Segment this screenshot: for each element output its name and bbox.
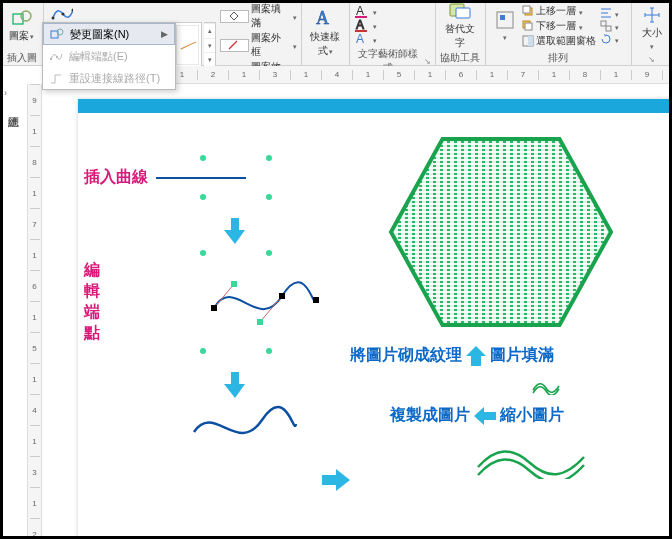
label-fill: 圖片填滿	[490, 345, 554, 366]
ruler-tick: 1	[228, 70, 259, 80]
svg-point-2	[52, 17, 55, 20]
ruler-tick: 1	[30, 363, 40, 394]
bucket-icon	[220, 10, 249, 23]
large-wave-shape[interactable]	[476, 445, 574, 475]
svg-rect-13	[456, 8, 470, 18]
ribbon-group-alt-label: 協助工具	[440, 50, 481, 66]
svg-marker-28	[391, 139, 611, 325]
label-shrink: 縮小圖片	[500, 405, 564, 426]
menu-change-shape[interactable]: 變更圖案(N) ▶	[43, 23, 175, 45]
ruler-tick: 1	[290, 70, 321, 80]
svg-point-4	[72, 9, 74, 12]
bring-forward-button[interactable]: 上移一層	[522, 4, 596, 18]
text-outline-button[interactable]: A	[354, 18, 377, 32]
send-backward-label: 下移一層	[536, 19, 576, 33]
ruler-tick: 1	[600, 70, 631, 80]
ruler-tick: 6	[30, 270, 40, 301]
submenu-arrow-icon: ▶	[161, 29, 168, 39]
menu-change-shape-label: 變更圖案(N)	[70, 27, 129, 42]
alt-text-button[interactable]: 替代文字	[440, 2, 481, 50]
guide-dots	[200, 155, 314, 161]
editing-curve-shape[interactable]	[210, 278, 320, 326]
text-fill-A-icon: A	[354, 4, 370, 18]
align-icon	[600, 7, 612, 19]
pane-toggle[interactable]: ›	[0, 84, 27, 102]
svg-rect-15	[500, 15, 505, 20]
svg-text:A: A	[316, 8, 329, 28]
ruler-tick: 1	[662, 70, 672, 80]
send-backward-button[interactable]: 下移一層	[522, 19, 596, 33]
ruler-tick: 9	[631, 70, 662, 80]
inserted-line-shape[interactable]	[156, 177, 246, 179]
group-icon	[600, 20, 612, 32]
rotate-button[interactable]	[600, 33, 619, 45]
ruler-tick: 1	[30, 301, 40, 332]
bring-forward-icon	[522, 5, 534, 17]
text-effects-button[interactable]: A	[354, 32, 377, 46]
svg-text:A: A	[356, 32, 364, 46]
shape-outline-label: 圖案外框	[251, 31, 290, 59]
final-curve-shape[interactable]	[190, 404, 314, 452]
guide-dots	[200, 194, 314, 200]
arrow-down-icon	[224, 372, 244, 392]
shape-outline-button[interactable]: 圖案外框	[220, 31, 297, 59]
svg-rect-23	[606, 26, 611, 31]
ruler-tick: 2	[30, 518, 40, 539]
ribbon-group-arrange-label: 排列	[490, 50, 627, 66]
ribbon-group-size-label[interactable]	[636, 54, 667, 65]
size-button[interactable]: 大小	[636, 4, 667, 52]
ruler-tick: 1	[352, 70, 383, 80]
ruler-tick: 1	[476, 70, 507, 80]
edit-shape-icon	[51, 4, 73, 22]
position-button[interactable]	[490, 2, 520, 50]
navigation-pane: › 匯總	[0, 84, 28, 539]
quick-style-label: 快速樣式	[310, 30, 341, 58]
arrow-down-icon	[224, 218, 244, 238]
svg-text:A: A	[356, 4, 364, 18]
align-button[interactable]	[600, 7, 619, 19]
page-header-bar	[78, 99, 672, 113]
document-canvas[interactable]: 插入曲線 編輯端點	[42, 84, 672, 539]
hexagon-shape[interactable]	[384, 133, 618, 331]
menu-edit-points-label: 編輯端點(E)	[69, 49, 128, 64]
selection-pane-label: 選取範圍窗格	[536, 34, 596, 48]
ribbon-group-quick-style: A 快速樣式	[302, 0, 350, 65]
insert-shape-button[interactable]: 圖案	[4, 2, 39, 50]
svg-rect-17	[523, 6, 530, 13]
vertical-ruler[interactable]: 918171615141312	[28, 84, 42, 539]
selection-pane-icon	[522, 35, 534, 47]
svg-rect-21	[528, 36, 533, 46]
ruler-tick: 1	[30, 177, 40, 208]
text-outline-A-icon: A	[354, 18, 370, 32]
menu-edit-points: 編輯端點(E)	[43, 45, 175, 67]
ruler-tick: 5	[30, 332, 40, 363]
label-edit-points: 編輯端點	[84, 260, 100, 344]
edit-points-icon	[49, 49, 63, 63]
pen-outline-icon	[220, 39, 249, 52]
ribbon-group-shape-label: 插入圖	[4, 50, 39, 66]
menu-reroute-label: 重設連接線路徑(T)	[69, 71, 160, 86]
ruler-tick: 3	[30, 456, 40, 487]
quick-style-button[interactable]: A 快速樣式	[306, 9, 345, 57]
ruler-tick: 1	[30, 239, 40, 270]
text-fill-button[interactable]: A	[354, 4, 377, 18]
shape-style-gallery-more[interactable]: ▴▾▾	[204, 22, 216, 68]
arrow-left-icon	[474, 407, 496, 425]
group-button[interactable]	[600, 20, 619, 32]
bring-forward-label: 上移一層	[536, 4, 576, 18]
alt-text-label: 替代文字	[444, 22, 477, 50]
label-texture: 將圖片砌成紋理	[350, 345, 462, 366]
position-icon	[496, 11, 514, 29]
selection-pane-button[interactable]: 選取範圍窗格	[522, 34, 596, 48]
arrow-up-icon	[466, 346, 486, 366]
svg-rect-22	[601, 21, 606, 26]
rotate-icon	[600, 33, 612, 45]
ruler-tick: 1	[414, 70, 445, 80]
small-wave-shape[interactable]	[532, 381, 560, 395]
svg-rect-19	[525, 23, 532, 30]
shape-fill-button[interactable]: 圖案填滿	[220, 2, 297, 30]
ruler-tick: 2	[197, 70, 228, 80]
ribbon-group-size: 大小	[632, 0, 672, 65]
ribbon-group-shape: 圖案 插入圖	[0, 0, 44, 65]
page: 插入曲線 編輯端點	[78, 99, 672, 539]
